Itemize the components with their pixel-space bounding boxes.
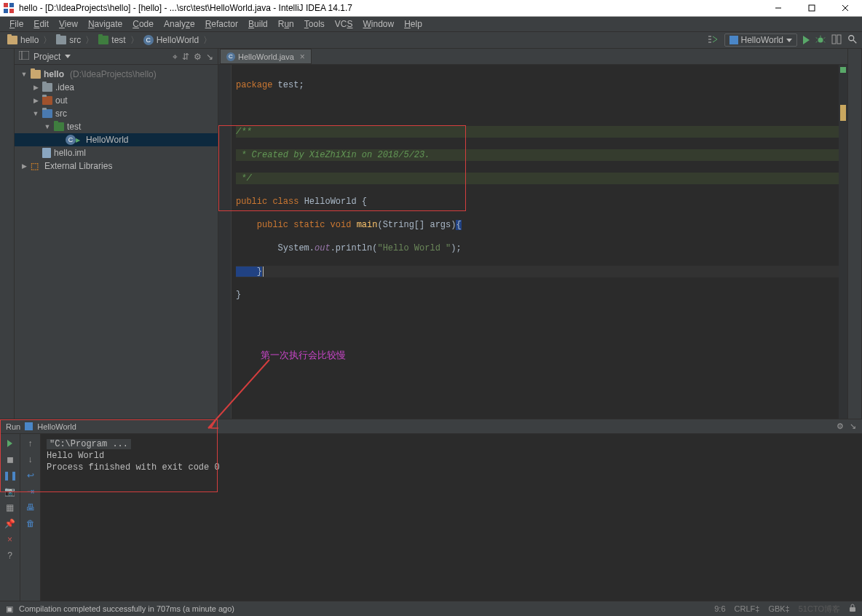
lock-icon[interactable] — [849, 604, 856, 614]
menu-tools[interactable]: Tools — [299, 17, 330, 31]
svg-rect-1 — [9, 3, 14, 7]
editor-tab-helloworld[interactable]: C HelloWorld.java × — [220, 49, 312, 64]
close-button[interactable]: × — [4, 534, 16, 545]
rerun-button[interactable] — [4, 438, 16, 449]
run-button[interactable] — [803, 36, 810, 44]
close-button[interactable] — [829, 0, 862, 16]
window-title-bar: hello - [D:\IdeaProjects\hello] - [hello… — [0, 0, 862, 17]
restore-layout-button[interactable]: ▦ — [4, 502, 16, 513]
down-stack-button[interactable]: ↓ — [25, 454, 36, 465]
navigation-bar: hello〉 src〉 test〉 CHelloWorld〉 HelloWorl… — [0, 32, 862, 49]
scroll-from-source-button[interactable]: ⌖ — [173, 52, 178, 62]
menu-file[interactable]: File — [4, 17, 28, 31]
svg-point-11 — [818, 37, 823, 42]
svg-line-23 — [208, 360, 269, 428]
tree-node-external-libs[interactable]: ▶⬚External Libraries — [15, 159, 218, 173]
console-line: Process finished with exit code 0 — [47, 462, 856, 473]
tree-node-hello[interactable]: ▼hello(D:\IdeaProjects\hello) — [15, 68, 218, 81]
menu-run[interactable]: Run — [273, 17, 299, 31]
hide-button[interactable]: ↘ — [206, 52, 213, 62]
dump-threads-button[interactable]: 📷 — [4, 486, 16, 497]
menu-help[interactable]: Help — [399, 17, 427, 31]
svg-line-16 — [823, 41, 825, 42]
tree-node-src[interactable]: ▼src — [15, 107, 218, 120]
run-header-label[interactable]: Run — [6, 422, 20, 431]
menu-vcs[interactable]: VCS — [330, 17, 358, 31]
class-icon: C — [226, 52, 235, 61]
tree-node-out[interactable]: ▶out — [15, 94, 218, 107]
editor-marker-bar[interactable] — [839, 65, 847, 419]
menu-analyze[interactable]: Analyze — [159, 17, 200, 31]
svg-line-20 — [853, 39, 856, 42]
menu-navigate[interactable]: Navigate — [83, 17, 127, 31]
tree-node-test[interactable]: ▼test — [15, 120, 218, 133]
menu-edit[interactable]: Edit — [28, 17, 54, 31]
run-configuration-combo[interactable]: HelloWorld — [724, 33, 797, 47]
menu-view[interactable]: View — [54, 17, 83, 31]
stop-button[interactable]: ◼ — [4, 454, 16, 465]
status-bar: ▣ Compilation completed successfully in … — [0, 601, 862, 616]
hide-button[interactable]: ↘ — [850, 422, 856, 431]
search-everywhere-button[interactable] — [847, 34, 858, 47]
debug-button[interactable] — [815, 34, 826, 47]
console-line: "C:\Program ... — [47, 439, 131, 449]
svg-point-19 — [849, 35, 854, 40]
breadcrumb-hello[interactable]: hello — [4, 35, 41, 45]
folder-icon — [42, 96, 52, 105]
menu-build[interactable]: Build — [243, 17, 273, 31]
minimize-button[interactable] — [762, 0, 795, 16]
chevron-down-icon[interactable] — [65, 55, 71, 58]
folder-icon — [42, 83, 52, 92]
tree-node-iml[interactable]: hello.iml — [15, 146, 218, 159]
project-structure-button[interactable] — [831, 34, 842, 47]
print-button[interactable]: 🖶 — [25, 502, 36, 513]
folder-icon — [56, 36, 66, 44]
app-icon — [729, 36, 738, 44]
editor: C HelloWorld.java × package test; /** * … — [218, 49, 847, 419]
svg-rect-21 — [19, 51, 29, 60]
run-tool-window: Run HelloWorld ⚙ ↘ ◼ ❚❚ 📷 ▦ 📌 × ? ↑ — [0, 419, 862, 601]
run-config-label: HelloWorld — [741, 35, 783, 45]
console-line: Hello World — [47, 450, 856, 462]
status-icon[interactable]: ▣ — [6, 604, 13, 614]
clear-all-button[interactable]: 🗑 — [25, 518, 36, 529]
module-icon — [7, 36, 17, 44]
pause-button[interactable]: ❚❚ — [4, 470, 16, 481]
breadcrumb-test[interactable]: test — [95, 35, 128, 45]
app-icon — [3, 2, 15, 14]
up-stack-button[interactable]: ↑ — [25, 438, 36, 449]
scroll-to-end-button[interactable]: ⇥ — [25, 486, 36, 497]
menu-window[interactable]: Window — [357, 17, 399, 31]
console-output[interactable]: "C:\Program ... Hello World Process fini… — [41, 434, 862, 601]
close-tab-icon[interactable]: × — [300, 52, 305, 62]
make-project-button[interactable] — [707, 33, 719, 47]
project-view-icon — [19, 51, 29, 62]
left-tool-stripe[interactable] — [0, 49, 15, 419]
menu-refactor[interactable]: Refactor — [200, 17, 243, 31]
library-icon: ⬚ — [31, 161, 39, 171]
tree-node-idea[interactable]: ▶.idea — [15, 81, 218, 94]
breadcrumb-src[interactable]: src — [53, 35, 84, 45]
inspection-ok-indicator[interactable] — [840, 67, 846, 73]
settings-gear-icon[interactable]: ⚙ — [837, 422, 844, 431]
help-button[interactable]: ? — [4, 550, 16, 561]
tree-node-helloworld[interactable]: C▶HelloWorld — [15, 133, 218, 146]
maximize-button[interactable] — [795, 0, 829, 16]
soft-wrap-button[interactable]: ↩ — [25, 470, 36, 481]
pin-tab-button[interactable]: 📌 — [4, 518, 16, 529]
project-tree[interactable]: ▼hello(D:\IdeaProjects\hello) ▶.idea ▶ou… — [15, 65, 218, 173]
line-separator[interactable]: CRLF‡ — [735, 604, 760, 613]
project-view-label[interactable]: Project — [33, 52, 60, 62]
code-editor[interactable]: package test; /** * Created by XieZhiXin… — [218, 65, 847, 419]
collapse-all-button[interactable]: ⇵ — [182, 52, 189, 62]
status-message: Compilation completed successfully in 70… — [19, 604, 234, 613]
file-encoding[interactable]: GBK‡ — [768, 604, 789, 613]
warning-marker[interactable] — [840, 105, 846, 121]
package-icon — [54, 122, 64, 131]
caret-position[interactable]: 9:6 — [714, 604, 725, 613]
app-icon — [25, 422, 33, 430]
breadcrumb-class[interactable]: CHelloWorld — [141, 35, 202, 45]
right-tool-stripe[interactable] — [847, 49, 862, 419]
menu-code[interactable]: Code — [127, 17, 159, 31]
settings-gear-icon[interactable]: ⚙ — [194, 52, 202, 62]
